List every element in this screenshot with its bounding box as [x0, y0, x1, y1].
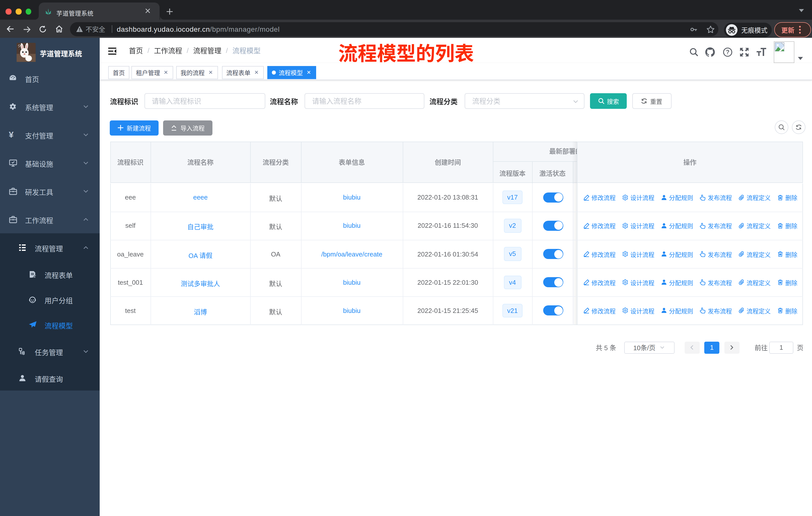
svg-text:?: ? [726, 49, 729, 55]
